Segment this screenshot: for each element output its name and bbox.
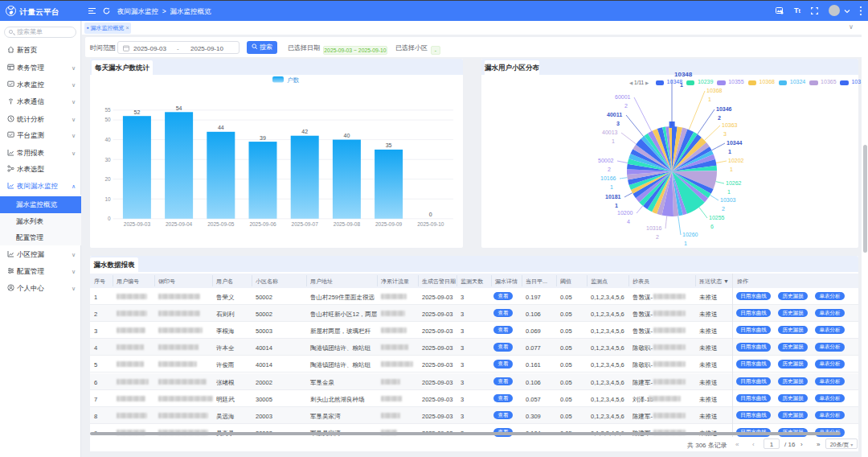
- svg-text:20: 20: [104, 176, 111, 182]
- svg-text:2025-09-03: 2025-09-03: [124, 221, 151, 227]
- svg-text:2025-09-06: 2025-09-06: [249, 221, 276, 227]
- svg-text:54: 54: [176, 105, 182, 111]
- svg-text:2025-09-04: 2025-09-04: [166, 221, 193, 227]
- svg-text:2025-09-09: 2025-09-09: [375, 221, 403, 227]
- svg-text:2025-09-08: 2025-09-08: [334, 221, 361, 227]
- svg-text:2025-09-07: 2025-09-07: [292, 221, 319, 227]
- svg-text:2025-09-10: 2025-09-10: [417, 221, 444, 227]
- svg-text:55: 55: [104, 107, 111, 113]
- svg-text:52: 52: [134, 109, 141, 115]
- svg-text:40: 40: [104, 137, 111, 142]
- svg-text:39: 39: [260, 135, 266, 141]
- svg-text:42: 42: [301, 129, 308, 134]
- svg-text:44: 44: [218, 125, 224, 130]
- svg-text:2025-09-05: 2025-09-05: [207, 221, 235, 227]
- svg-text:35: 35: [386, 142, 392, 148]
- svg-text:0: 0: [108, 216, 111, 221]
- svg-text:50: 50: [104, 117, 111, 122]
- svg-text:30: 30: [104, 157, 111, 163]
- svg-text:0: 0: [429, 212, 432, 217]
- svg-text:户数: 户数: [287, 76, 300, 84]
- svg-text:40: 40: [344, 133, 350, 138]
- svg-text:10: 10: [104, 196, 111, 202]
